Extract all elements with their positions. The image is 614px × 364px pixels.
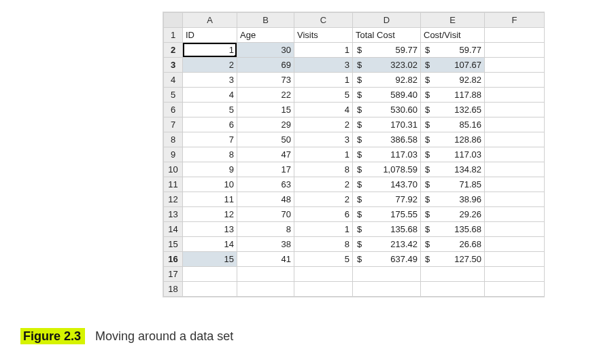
cell-B15[interactable]: 38 — [237, 237, 294, 252]
cell-D13[interactable]: $175.55 — [353, 207, 421, 222]
cell-D11[interactable]: $143.70 — [353, 177, 421, 192]
cell-B16[interactable]: 41 — [237, 252, 294, 267]
col-header-B[interactable]: B — [237, 13, 294, 28]
row-header-11[interactable]: 11 — [164, 177, 183, 192]
cell-A16[interactable]: 15 — [183, 252, 237, 267]
row-header-4[interactable]: 4 — [164, 73, 183, 88]
table-row[interactable]: 1 ID Age Visits Total Cost Cost/Visit — [164, 28, 545, 43]
cell-D14[interactable]: $135.68 — [353, 222, 421, 237]
cell-D9[interactable]: $117.03 — [353, 147, 421, 162]
cell-E11[interactable]: $71.85 — [421, 177, 485, 192]
cell-empty[interactable] — [237, 267, 294, 282]
table-row[interactable]: 65154$530.60$132.65 — [164, 103, 545, 117]
cell-A3[interactable]: 2 — [183, 58, 237, 73]
select-all-corner[interactable] — [164, 13, 183, 28]
table-row[interactable]: 54225$589.40$117.88 — [164, 88, 545, 103]
cell-E16[interactable]: $127.50 — [421, 252, 485, 267]
cell-D1[interactable]: Total Cost — [353, 28, 421, 43]
row-header-17[interactable]: 17 — [164, 267, 183, 282]
cell-F11[interactable] — [485, 177, 545, 192]
cell-F4[interactable] — [485, 73, 545, 88]
table-row[interactable]: 141381$135.68$135.68 — [164, 222, 545, 237]
cell-D7[interactable]: $170.31 — [353, 117, 421, 132]
cell-D8[interactable]: $386.58 — [353, 132, 421, 147]
table-row[interactable]: 32693$323.02$107.67 — [164, 58, 545, 73]
table-row[interactable]: 98471$117.03$117.03 — [164, 147, 545, 162]
cell-E14[interactable]: $135.68 — [421, 222, 485, 237]
cell-empty[interactable] — [237, 282, 294, 297]
row-header-2[interactable]: 2 — [164, 43, 183, 58]
cell-C1[interactable]: Visits — [294, 28, 353, 43]
cell-A15[interactable]: 14 — [183, 237, 237, 252]
row-header-9[interactable]: 9 — [164, 147, 183, 162]
cell-B2[interactable]: 30 — [237, 43, 294, 58]
cell-F3[interactable] — [485, 58, 545, 73]
cell-E7[interactable]: $85.16 — [421, 117, 485, 132]
cell-E13[interactable]: $29.26 — [421, 207, 485, 222]
row-header-13[interactable]: 13 — [164, 207, 183, 222]
cell-E9[interactable]: $117.03 — [421, 147, 485, 162]
cell-B7[interactable]: 29 — [237, 117, 294, 132]
cell-E5[interactable]: $117.88 — [421, 88, 485, 103]
table-row[interactable]: 1211482$77.92$38.96 — [164, 192, 545, 207]
cell-E10[interactable]: $134.82 — [421, 162, 485, 177]
cell-F2[interactable] — [485, 43, 545, 58]
cell-F14[interactable] — [485, 222, 545, 237]
cell-empty[interactable] — [421, 282, 485, 297]
row-header-16[interactable]: 16 — [164, 252, 183, 267]
cell-B1[interactable]: Age — [237, 28, 294, 43]
cell-empty[interactable] — [353, 267, 421, 282]
cell-C13[interactable]: 6 — [294, 207, 353, 222]
cell-E2[interactable]: $59.77 — [421, 43, 485, 58]
cell-F9[interactable] — [485, 147, 545, 162]
cell-E12[interactable]: $38.96 — [421, 192, 485, 207]
cell-C5[interactable]: 5 — [294, 88, 353, 103]
cell-B11[interactable]: 63 — [237, 177, 294, 192]
table-row[interactable]: 17 — [164, 267, 545, 282]
cell-F5[interactable] — [485, 88, 545, 103]
col-header-C[interactable]: C — [294, 13, 353, 28]
table-row[interactable]: 76292$170.31$85.16 — [164, 117, 545, 132]
cell-A1[interactable]: ID — [183, 28, 237, 43]
col-header-D[interactable]: D — [353, 13, 421, 28]
cell-empty[interactable] — [485, 282, 545, 297]
table-row[interactable]: 1615415$637.49$127.50 — [164, 252, 545, 267]
cell-F12[interactable] — [485, 192, 545, 207]
table-row[interactable]: 1312706$175.55$29.26 — [164, 207, 545, 222]
cell-A8[interactable]: 7 — [183, 132, 237, 147]
cell-C8[interactable]: 3 — [294, 132, 353, 147]
cell-E4[interactable]: $92.82 — [421, 73, 485, 88]
row-header-18[interactable]: 18 — [164, 282, 183, 297]
cell-C15[interactable]: 8 — [294, 237, 353, 252]
cell-B13[interactable]: 70 — [237, 207, 294, 222]
cell-C10[interactable]: 8 — [294, 162, 353, 177]
cell-F1[interactable] — [485, 28, 545, 43]
cell-A9[interactable]: 8 — [183, 147, 237, 162]
cell-B3[interactable]: 69 — [237, 58, 294, 73]
col-header-A[interactable]: A — [183, 13, 237, 28]
cell-B12[interactable]: 48 — [237, 192, 294, 207]
cell-empty[interactable] — [183, 282, 237, 297]
cell-empty[interactable] — [294, 267, 353, 282]
cell-A14[interactable]: 13 — [183, 222, 237, 237]
cell-D10[interactable]: $1,078.59 — [353, 162, 421, 177]
cell-F8[interactable] — [485, 132, 545, 147]
table-row[interactable]: 1110632$143.70$71.85 — [164, 177, 545, 192]
cell-E1[interactable]: Cost/Visit — [421, 28, 485, 43]
table-row[interactable]: 18 — [164, 282, 545, 297]
spreadsheet-grid[interactable]: A B C D E F 1 ID Age Visits Total Cost C… — [163, 12, 545, 297]
row-header-6[interactable]: 6 — [164, 103, 183, 117]
cell-C14[interactable]: 1 — [294, 222, 353, 237]
cell-B14[interactable]: 8 — [237, 222, 294, 237]
cell-E6[interactable]: $132.65 — [421, 103, 485, 117]
row-header-12[interactable]: 12 — [164, 192, 183, 207]
cell-A2[interactable]: 1 — [183, 43, 237, 58]
cell-A7[interactable]: 6 — [183, 117, 237, 132]
cell-A5[interactable]: 4 — [183, 88, 237, 103]
row-header-10[interactable]: 10 — [164, 162, 183, 177]
cell-A10[interactable]: 9 — [183, 162, 237, 177]
cell-A13[interactable]: 12 — [183, 207, 237, 222]
cell-D12[interactable]: $77.92 — [353, 192, 421, 207]
cell-B4[interactable]: 73 — [237, 73, 294, 88]
cell-D2[interactable]: $59.77 — [353, 43, 421, 58]
